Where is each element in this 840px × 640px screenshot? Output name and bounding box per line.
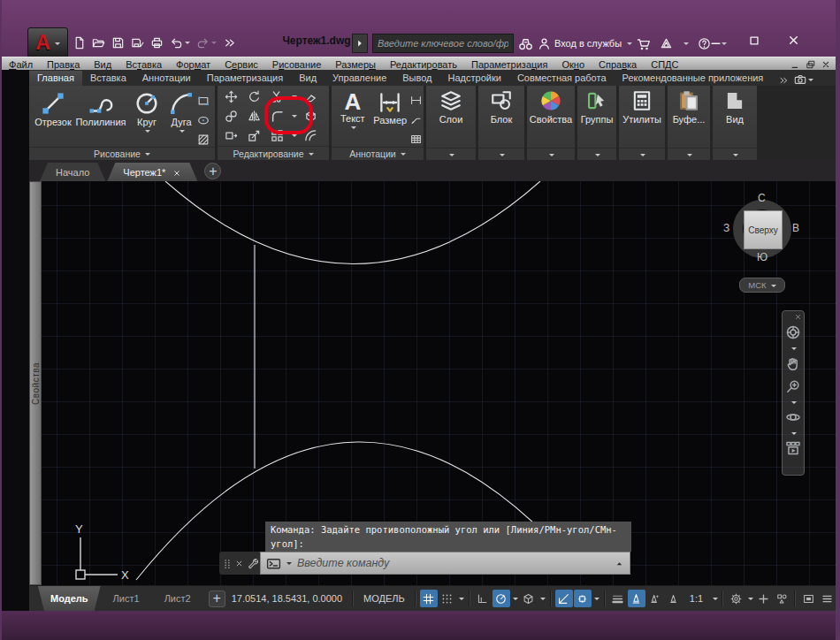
menu-item-9[interactable]: Параметризация <box>464 59 554 70</box>
ribbon-tab-7[interactable]: Надстройки <box>440 71 509 86</box>
close-button[interactable] <box>782 32 805 48</box>
application-menu-button[interactable]: A <box>27 27 68 58</box>
pan-button[interactable] <box>783 352 804 375</box>
customize-menu-toggle[interactable] <box>818 590 836 607</box>
panel-block-expand[interactable] <box>478 148 524 160</box>
menu-item-6[interactable]: Рисование <box>265 59 328 70</box>
undo-button[interactable] <box>170 36 190 50</box>
a360-icon[interactable] <box>660 35 673 51</box>
menu-item-4[interactable]: Формат <box>169 59 218 70</box>
annotation-autoscale-toggle[interactable] <box>646 590 664 607</box>
panel-wheel-body[interactable]: Свойства <box>527 86 575 148</box>
panel-clipboard-body[interactable]: Буфе... <box>668 86 710 148</box>
viewcube-north[interactable]: С <box>758 192 766 204</box>
panel-wheel-expand[interactable] <box>527 148 575 160</box>
tool-copy-button[interactable] <box>219 110 242 123</box>
ribbon-tab-9[interactable]: Рекомендованные приложения <box>615 71 772 86</box>
steering-wheel-button[interactable] <box>783 321 804 344</box>
tool-move-button[interactable] <box>219 90 242 103</box>
mdi-close-button[interactable] <box>821 58 831 70</box>
search-input[interactable] <box>372 34 514 53</box>
panel-calc-expand[interactable] <box>619 148 665 160</box>
menu-item-1[interactable]: Правка <box>40 59 87 70</box>
command-close-icon[interactable] <box>234 555 244 571</box>
zoom-button[interactable] <box>783 375 804 398</box>
tool-stretch-button[interactable] <box>219 129 242 142</box>
panel-draw-label[interactable]: Рисование <box>29 147 215 160</box>
snap-mode-dropdown[interactable] <box>457 596 465 601</box>
panel-layers-expand[interactable] <box>426 148 476 160</box>
menu-item-10[interactable]: Окно <box>554 59 592 70</box>
sign-in-button[interactable]: Вход в службы <box>538 37 632 50</box>
ribbon-tab-5[interactable]: Управление <box>325 71 394 86</box>
command-prompt-icon[interactable] <box>266 555 281 571</box>
ribbon-expand-button[interactable] <box>778 73 789 85</box>
panel-viewL-body[interactable]: Вид <box>713 86 757 148</box>
menu-item-8[interactable]: Редактировать <box>383 59 464 70</box>
viewcube-ucs-button[interactable]: МСК <box>739 278 785 293</box>
panel-viewL-expand[interactable] <box>713 148 757 160</box>
isometric-draft-toggle[interactable] <box>520 590 538 607</box>
menu-item-2[interactable]: Вид <box>87 59 118 70</box>
object-snap-tracking-toggle[interactable] <box>555 590 573 607</box>
viewcube-south[interactable]: Ю <box>757 251 767 263</box>
tool-scale-button[interactable] <box>242 129 265 142</box>
object-snap-toggle[interactable] <box>574 590 592 607</box>
isolate-objects-toggle[interactable] <box>773 590 790 607</box>
panel-layers-body[interactable]: Слои <box>426 86 476 148</box>
viewcube-west[interactable]: З <box>723 222 729 234</box>
ortho-mode-toggle[interactable] <box>474 590 492 607</box>
save-as-button[interactable] <box>131 36 144 50</box>
navbar-close-button[interactable] <box>783 312 804 321</box>
new-file-button[interactable] <box>73 36 86 50</box>
grid-display-toggle[interactable] <box>420 590 438 607</box>
tool-ellipse-button[interactable] <box>197 111 210 127</box>
panel-calc-body[interactable]: Утилиты <box>619 86 665 148</box>
menu-item-11[interactable]: Справка <box>592 59 644 70</box>
viewcube-face-top[interactable]: Сверху <box>744 210 783 249</box>
drawing-tab-0[interactable]: Начало <box>40 163 105 181</box>
annotation-scale-value-dropdown[interactable] <box>710 596 718 601</box>
menu-item-12[interactable]: СПДС <box>644 59 685 70</box>
binoculars-icon[interactable] <box>518 35 533 51</box>
tool-dimension-button[interactable]: Размер <box>370 88 410 147</box>
minimize-button[interactable] <box>704 32 727 48</box>
tool-text-button[interactable]: AТекст <box>335 88 370 147</box>
panel-block-body[interactable]: Блок <box>478 86 524 148</box>
ribbon-tab-6[interactable]: Вывод <box>394 71 439 86</box>
annotation-scale-toggle[interactable] <box>665 590 683 607</box>
tab-close-icon[interactable] <box>172 166 181 177</box>
store-cart-icon[interactable] <box>637 35 651 51</box>
show-motion-button[interactable] <box>783 437 804 460</box>
tool-rect-button[interactable] <box>197 92 210 108</box>
open-file-button[interactable] <box>92 36 105 50</box>
ribbon-tab-4[interactable]: Вид <box>291 71 325 86</box>
clean-screen-toggle[interactable] <box>799 590 817 607</box>
mdi-minimize-button[interactable] <box>790 58 801 70</box>
viewcube-east[interactable]: В <box>792 222 799 234</box>
tool-line-button[interactable]: Отрезок <box>33 88 73 147</box>
menu-item-5[interactable]: Сервис <box>218 59 265 70</box>
menu-item-3[interactable]: Вставка <box>118 59 169 70</box>
menu-item-7[interactable]: Размеры <box>328 59 383 70</box>
tool-table-button[interactable] <box>410 131 422 147</box>
ribbon-tab-0[interactable]: Главная <box>29 71 82 86</box>
tool-mirror-button[interactable] <box>242 110 265 123</box>
save-button[interactable] <box>111 36 125 50</box>
maximize-button[interactable] <box>743 32 766 48</box>
more-commands-button[interactable] <box>223 36 236 50</box>
tool-arc-button[interactable]: Дуга <box>165 88 197 147</box>
zoom-dropdown[interactable] <box>783 398 804 406</box>
settings-gear-dropdown[interactable] <box>745 596 753 601</box>
new-layout-button[interactable]: + <box>209 590 225 607</box>
layout-tab-лист2[interactable]: Лист2 <box>152 586 203 611</box>
orbit-button[interactable] <box>783 406 804 429</box>
panel-annotate-label[interactable]: Аннотации <box>332 147 424 160</box>
panel-edit-label[interactable]: Редактирование <box>218 146 329 160</box>
customize-wrench-icon[interactable] <box>247 555 258 571</box>
annotation-scale-value[interactable]: 1:1 <box>683 593 709 604</box>
orbit-dropdown[interactable] <box>783 429 804 437</box>
steering-wheel-dropdown[interactable] <box>783 344 804 352</box>
command-bar-grip[interactable] <box>219 552 260 575</box>
caret-up-icon[interactable] <box>615 555 624 571</box>
